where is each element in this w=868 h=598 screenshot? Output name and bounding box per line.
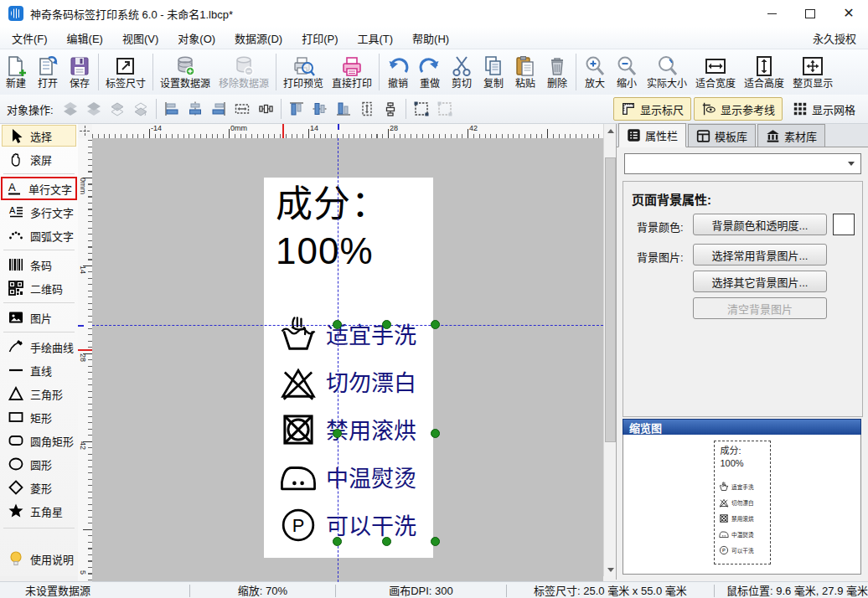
maximize-button[interactable]: [791, 0, 829, 27]
align-middle-button[interactable]: [309, 98, 331, 120]
menu-tools[interactable]: 工具(T): [349, 28, 400, 49]
composition-text-object[interactable]: 成分： 100%: [276, 181, 389, 275]
tab-properties[interactable]: 属性栏: [618, 123, 686, 147]
group-button[interactable]: [411, 98, 432, 120]
tool-image[interactable]: 图片: [2, 307, 76, 328]
hruler-label: 0mm: [230, 124, 247, 132]
object-toolbar: 对象操作: 显示标尺 显示参考线 显示网格: [0, 95, 868, 124]
redo-button[interactable]: 重做: [414, 53, 446, 91]
thumbnail-preview[interactable]: 成分: 100% 适宜手洗 切勿漂白 禁用滚烘 中温熨烫 可以干洗: [714, 441, 771, 564]
vertical-guide-line[interactable]: [338, 138, 338, 582]
scroll-down-arrow[interactable]: [604, 563, 617, 576]
align-center-h-button[interactable]: [184, 98, 206, 120]
window-title: 神奇条码标签打印系统 6.0 - 未命名1.lbcp*: [30, 6, 233, 22]
menu-object[interactable]: 对象(O): [170, 28, 223, 49]
tool-rounded-rectangle[interactable]: 圆角矩形: [2, 430, 76, 451]
care-text-object[interactable]: 适宜手洗 切勿漂白 禁用滚烘 中温熨烫 可以干洗: [272, 310, 433, 549]
vertical-ruler[interactable]: 0mm 14 28 42 5: [78, 138, 93, 582]
menu-help[interactable]: 帮助(H): [405, 28, 457, 49]
label-page[interactable]: 成分： 100% 适宜手洗 切勿漂白 禁用滚烘 中温熨烫 可以干洗: [264, 178, 433, 558]
tool-qrcode[interactable]: 二维码: [2, 277, 76, 299]
close-button[interactable]: ✕: [829, 0, 868, 27]
tool-freehand-curve[interactable]: 手绘曲线: [2, 336, 76, 358]
h-spacing-button[interactable]: [255, 98, 276, 120]
tool-star[interactable]: 五角星: [2, 500, 76, 522]
send-to-back-icon: [85, 101, 102, 117]
paste-button[interactable]: 粘贴: [509, 53, 541, 91]
align-right-button[interactable]: [208, 98, 230, 120]
selection-handle-top-center[interactable]: [382, 320, 391, 329]
label-size-button[interactable]: 标签尺寸: [101, 53, 150, 91]
tool-rectangle[interactable]: 矩形: [2, 406, 76, 428]
selection-handle-top-left[interactable]: [333, 320, 342, 329]
menu-edit[interactable]: 编辑(E): [59, 28, 111, 49]
fit-height-button[interactable]: 适合高度: [740, 53, 788, 91]
show-guides-toggle[interactable]: 显示参考线: [694, 97, 783, 121]
selection-handle-bottom-right[interactable]: [431, 537, 440, 546]
cut-button[interactable]: 剪切: [446, 53, 478, 91]
canvas-vertical-scrollbar[interactable]: [603, 124, 617, 576]
selection-handle-mid-left[interactable]: [333, 429, 342, 438]
bg-image-label: 背景图片:: [637, 249, 684, 265]
tool-multi-line-text[interactable]: A 多行文字: [2, 201, 76, 223]
tool-line[interactable]: 直线: [2, 359, 76, 381]
print-preview-button[interactable]: 打印预览: [279, 53, 328, 91]
object-selector-dropdown[interactable]: [624, 153, 861, 174]
align-left-button[interactable]: [161, 98, 183, 120]
selection-handle-bottom-center[interactable]: [382, 537, 391, 546]
zoom-out-button[interactable]: 缩小: [611, 53, 643, 91]
same-height-button[interactable]: [356, 98, 378, 120]
selection-handle-mid-right[interactable]: [431, 429, 440, 438]
bg-color-button[interactable]: 背景颜色和透明度...: [693, 214, 827, 235]
design-canvas[interactable]: 成分： 100% 适宜手洗 切勿漂白 禁用滚烘 中温熨烫 可以干洗: [92, 138, 603, 582]
show-ruler-toggle[interactable]: 显示标尺: [613, 97, 691, 121]
minimize-button[interactable]: [752, 0, 791, 27]
horizontal-spacing-icon: [257, 101, 274, 117]
save-button[interactable]: 保存: [64, 53, 96, 91]
align-top-button[interactable]: [286, 98, 307, 120]
scrollbar-thumb[interactable]: [605, 157, 616, 442]
set-datasource-button[interactable]: 设置数据源: [156, 53, 214, 91]
horizontal-guide-line[interactable]: [92, 325, 603, 326]
tool-arc-text[interactable]: 圆弧文字: [2, 224, 76, 246]
align-bottom-button[interactable]: [333, 98, 354, 120]
choose-common-bg-button[interactable]: 选择常用背景图片...: [693, 244, 827, 265]
horizontal-ruler[interactable]: -14 0mm 14 28 42: [92, 124, 603, 139]
thumb-care-row: 禁用滚烘: [719, 510, 770, 526]
choose-other-bg-button[interactable]: 选择其它背景图片...: [693, 271, 827, 292]
help-button[interactable]: 使用说明: [2, 548, 76, 570]
bg-color-swatch[interactable]: [833, 214, 855, 235]
menu-view[interactable]: 视图(V): [115, 28, 166, 49]
tool-triangle[interactable]: 三角形: [2, 383, 76, 405]
tab-templates[interactable]: 模板库: [688, 124, 756, 147]
whole-page-button[interactable]: 整页显示: [788, 53, 837, 91]
same-width-button[interactable]: [231, 98, 253, 120]
scroll-up-arrow[interactable]: [604, 124, 617, 137]
direct-print-button[interactable]: 直接打印: [328, 53, 376, 91]
tool-select[interactable]: 选择: [2, 125, 76, 147]
menu-datasource[interactable]: 数据源(D): [227, 28, 290, 49]
copy-button[interactable]: 复制: [478, 53, 509, 91]
fit-width-button[interactable]: 适合宽度: [691, 53, 740, 91]
menu-file[interactable]: 文件(F): [4, 28, 55, 49]
v-spacing-button[interactable]: [380, 98, 401, 120]
selection-handle-bottom-left[interactable]: [333, 537, 342, 546]
menu-print[interactable]: 打印(P): [294, 28, 345, 49]
undo-button[interactable]: 撤销: [382, 53, 414, 91]
tool-pan[interactable]: 滚屏: [2, 148, 76, 170]
whole-page-icon: [801, 54, 824, 78]
tool-single-line-text[interactable]: A 单行文字: [1, 177, 77, 200]
selection-handle-top-right[interactable]: [431, 320, 440, 329]
zoom-in-button[interactable]: 放大: [579, 53, 611, 91]
trash-icon: [545, 54, 569, 78]
actual-size-button[interactable]: 实际大小: [643, 53, 691, 91]
tab-materials[interactable]: 素材库: [757, 124, 825, 147]
open-button[interactable]: 打开: [32, 53, 64, 91]
tool-circle[interactable]: 圆形: [2, 453, 76, 475]
show-grid-toggle[interactable]: 显示网格: [785, 97, 863, 121]
delete-button[interactable]: 删除: [541, 53, 573, 91]
tool-barcode[interactable]: 条码: [2, 254, 76, 276]
new-button[interactable]: 新建: [0, 53, 32, 91]
tool-diamond[interactable]: 菱形: [2, 477, 76, 498]
ruler-icon: [621, 101, 636, 116]
